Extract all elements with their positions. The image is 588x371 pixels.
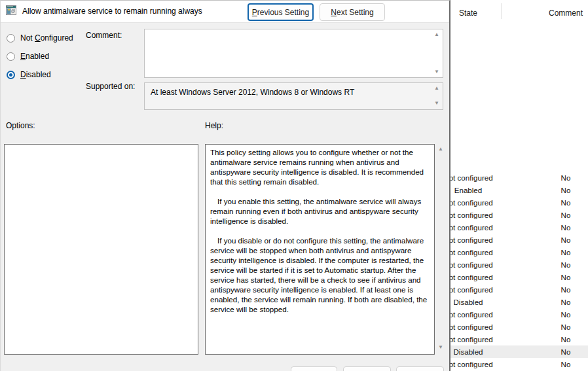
column-header-comment[interactable]: Comment (549, 9, 583, 18)
policy-list-row[interactable]: Not configured No (430, 209, 588, 221)
radio-not-configured[interactable]: Not Configured (7, 33, 73, 43)
help-paragraph: This policy setting allows you to config… (210, 147, 430, 186)
policy-list-row[interactable]: Not configured No (430, 246, 588, 258)
radio-label: Disabled (20, 70, 51, 79)
comment-label: Comment: (86, 31, 122, 40)
comment-cell: No (547, 321, 584, 333)
radio-enabled[interactable]: Enabled (7, 52, 49, 61)
previous-setting-button[interactable]: Previous Setting (248, 3, 314, 21)
help-label: Help: (205, 121, 223, 130)
policy-list-row[interactable]: Not configured No (430, 196, 588, 209)
policy-list-row[interactable]: Enabled No (430, 184, 588, 196)
comment-cell: No (547, 246, 584, 258)
policy-list-row[interactable]: Not configured No (430, 271, 588, 283)
policy-list-row[interactable]: Not configured No (430, 221, 588, 234)
policy-list-row[interactable]: Not configured No (430, 308, 588, 321)
policy-list-row[interactable]: Not configured No (430, 283, 588, 296)
comment-cell: No (547, 171, 584, 184)
column-divider (501, 3, 502, 19)
comment-cell: No (547, 209, 584, 221)
comment-cell: No (547, 283, 584, 296)
radio-circle-icon (7, 34, 15, 43)
policy-list-row[interactable]: Not configured No (430, 258, 588, 271)
supported-on-value: At least Windows Server 2012, Windows 8 … (151, 88, 354, 97)
comment-cell: No (547, 296, 584, 308)
policy-list-row[interactable]: Disabled No (430, 296, 588, 308)
radio-label: Not Configured (20, 33, 73, 43)
policy-list-row[interactable]: Not configured No (430, 321, 588, 333)
scroll-up-icon[interactable]: ▲ (437, 146, 445, 152)
cancel-button[interactable]: Cancel (343, 366, 391, 371)
radio-circle-icon (7, 71, 15, 79)
apply-button[interactable]: Apply (396, 366, 444, 371)
policy-list-row[interactable]: Not configured No (430, 333, 588, 345)
comment-cell: No (547, 221, 584, 234)
comment-cell: No (547, 271, 584, 283)
policy-list-row[interactable]: Not configured No (430, 358, 588, 370)
help-text-panel[interactable]: This policy setting allows you to config… (205, 144, 435, 355)
comment-textarea[interactable] (144, 29, 443, 78)
scroll-up-icon[interactable]: ▲ (433, 85, 441, 92)
options-panel (4, 144, 198, 355)
scroll-down-icon[interactable]: ▼ (437, 344, 445, 351)
screen: State Comment Not configured No Enabled … (0, 0, 588, 371)
supported-on-label: Supported on: (86, 82, 135, 91)
scroll-down-icon[interactable]: ▼ (433, 69, 441, 75)
policy-list-row[interactable]: Not configured No (430, 234, 588, 246)
comment-cell: No (547, 308, 584, 321)
policy-setting-dialog: Allow antimalware service to remain runn… (0, 0, 450, 371)
comment-cell: No (547, 345, 584, 358)
comment-cell: No (547, 184, 584, 196)
policy-list-row[interactable]: Disabled No (430, 345, 588, 358)
supported-on-box: At least Windows Server 2012, Windows 8 … (144, 82, 443, 110)
policy-list-row[interactable]: Not configured No (430, 171, 588, 184)
comment-cell: No (547, 358, 584, 370)
policy-setting-icon (6, 5, 17, 16)
comment-cell: No (547, 258, 584, 271)
comment-cell: No (547, 234, 584, 246)
radio-disabled[interactable]: Disabled (7, 70, 51, 79)
policy-list-rows: Not configured No Enabled No Not configu… (430, 171, 588, 370)
next-setting-button[interactable]: Next Setting (320, 3, 385, 21)
radio-circle-icon (7, 52, 15, 61)
ok-button[interactable]: OK (291, 366, 337, 371)
column-header-state[interactable]: State (459, 9, 477, 18)
scroll-up-icon[interactable]: ▲ (433, 31, 441, 38)
help-paragraph: If you enable this setting, the antimalw… (210, 196, 430, 226)
radio-label: Enabled (20, 52, 49, 61)
help-paragraph: If you disable or do not configure this … (210, 236, 430, 314)
dialog-title: Allow antimalware service to remain runn… (22, 7, 202, 16)
scroll-down-icon[interactable]: ▼ (433, 100, 441, 107)
comment-cell: No (547, 333, 584, 345)
options-label: Options: (6, 121, 35, 130)
comment-cell: No (547, 196, 584, 209)
dialog-header: Allow antimalware service to remain runn… (1, 1, 449, 23)
